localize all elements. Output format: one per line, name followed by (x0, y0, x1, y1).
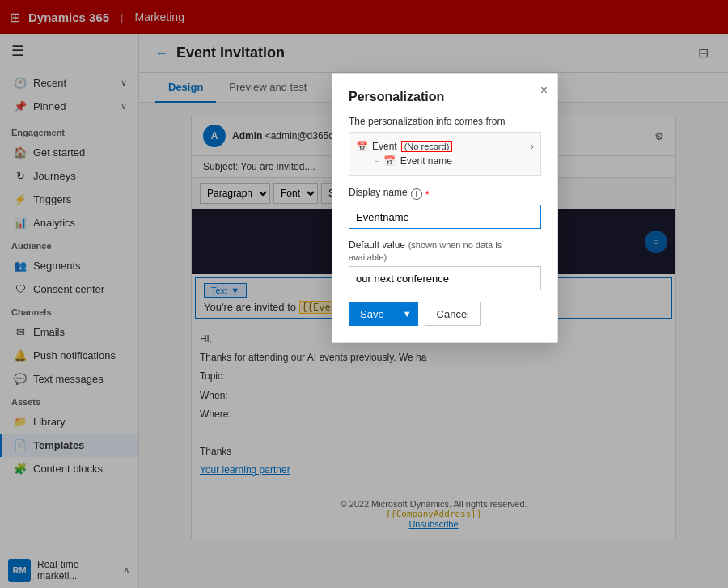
default-value-input[interactable] (349, 266, 541, 290)
default-value-label: Default value (349, 239, 405, 251)
tree-indent-icon: └ (372, 156, 379, 166)
no-record-badge: (No record) (401, 141, 453, 152)
tree-parent-label: Event (372, 141, 397, 152)
calendar-icon: 📅 (356, 141, 368, 152)
modal-overlay: Personalization × The personalization in… (0, 0, 728, 588)
modal-title: Personalization (349, 90, 541, 104)
modal-actions: Save ▼ Cancel (349, 302, 541, 326)
tree-child-label: Event name (400, 155, 452, 167)
save-button-group: Save ▼ (349, 302, 418, 326)
save-dropdown-button[interactable]: ▼ (396, 302, 418, 326)
personalization-tree: 📅 Event (No record) › └ 📅 Event name (349, 132, 541, 176)
tree-arrow: › (531, 141, 534, 152)
calendar-child-icon: 📅 (383, 155, 396, 167)
display-name-input[interactable] (349, 205, 541, 229)
tree-child-item[interactable]: └ 📅 Event name (356, 154, 534, 168)
info-icon[interactable]: i (411, 188, 422, 200)
save-button[interactable]: Save (349, 302, 396, 326)
modal-close-button[interactable]: × (540, 83, 548, 98)
source-label: The personalization info comes from (349, 116, 541, 127)
required-marker: * (425, 188, 430, 201)
tree-parent-item[interactable]: 📅 Event (No record) › (356, 139, 534, 154)
personalization-modal: Personalization × The personalization in… (332, 73, 558, 343)
cancel-button[interactable]: Cancel (425, 302, 481, 326)
display-name-label: Display name (349, 187, 408, 198)
